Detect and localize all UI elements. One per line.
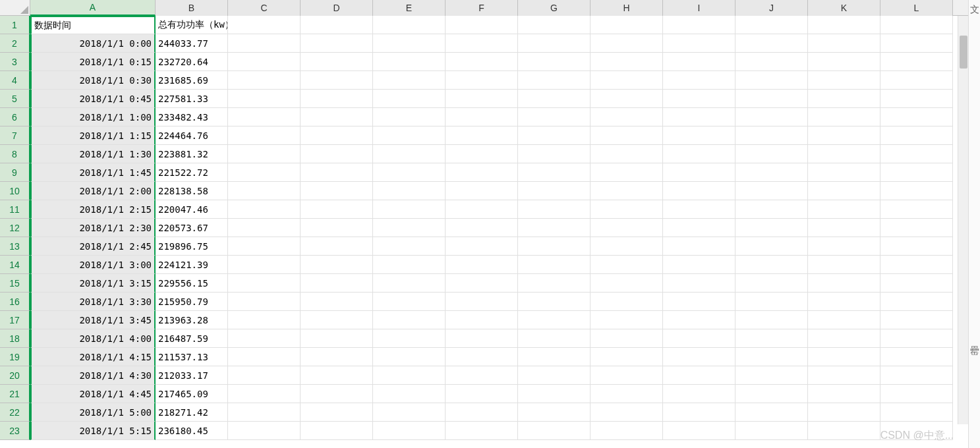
cell-H20[interactable] [591,366,663,385]
cell-E16[interactable] [373,293,446,311]
cell-K19[interactable] [808,348,880,366]
cell-F11[interactable] [446,200,518,219]
cell-J15[interactable] [735,274,808,293]
cell-G16[interactable] [518,293,591,311]
cell-G22[interactable] [518,403,591,422]
cell-H3[interactable] [591,53,663,71]
cell-A5[interactable]: 2018/1/1 0:45 [30,90,156,108]
cell-C20[interactable] [228,366,301,385]
cell-H1[interactable] [591,16,663,34]
cell-K23[interactable] [808,422,880,440]
cell-L17[interactable] [880,311,953,329]
cell-A16[interactable]: 2018/1/1 3:30 [30,293,156,311]
cell-L21[interactable] [880,385,953,403]
cell-K10[interactable] [808,182,880,200]
cell-I3[interactable] [663,53,735,71]
cell-J1[interactable] [735,16,808,34]
cell-L19[interactable] [880,348,953,366]
cell-F10[interactable] [446,182,518,200]
cell-L9[interactable] [880,163,953,182]
cell-F3[interactable] [446,53,518,71]
cell-B22[interactable]: 218271.42 [156,403,228,422]
cell-D7[interactable] [301,126,373,145]
cell-F12[interactable] [446,219,518,237]
cell-L18[interactable] [880,329,953,348]
cell-B15[interactable]: 229556.15 [156,274,228,293]
cell-D22[interactable] [301,403,373,422]
row-header-15[interactable]: 15 [0,274,30,293]
cell-J14[interactable] [735,256,808,274]
cell-G1[interactable] [518,16,591,34]
cell-E19[interactable] [373,348,446,366]
cell-J19[interactable] [735,348,808,366]
cell-K9[interactable] [808,163,880,182]
cell-D8[interactable] [301,145,373,163]
cell-L5[interactable] [880,90,953,108]
cell-I14[interactable] [663,256,735,274]
cell-K7[interactable] [808,126,880,145]
cell-F6[interactable] [446,108,518,126]
cell-B23[interactable]: 236180.45 [156,422,228,440]
cell-D1[interactable] [301,16,373,34]
cell-K21[interactable] [808,385,880,403]
row-header-3[interactable]: 3 [0,53,30,71]
cell-J18[interactable] [735,329,808,348]
column-header-J[interactable]: J [735,0,808,16]
cell-H10[interactable] [591,182,663,200]
cell-B3[interactable]: 232720.64 [156,53,228,71]
row-header-6[interactable]: 6 [0,108,30,126]
cell-E20[interactable] [373,366,446,385]
cell-B12[interactable]: 220573.67 [156,219,228,237]
cell-D2[interactable] [301,34,373,53]
cell-I5[interactable] [663,90,735,108]
cell-E8[interactable] [373,145,446,163]
cell-H16[interactable] [591,293,663,311]
cell-C9[interactable] [228,163,301,182]
cell-I16[interactable] [663,293,735,311]
row-header-13[interactable]: 13 [0,237,30,256]
grid-rows[interactable]: 1数据时间总有功功率（kw）22018/1/1 0:00244033.77320… [0,16,980,448]
column-header-L[interactable]: L [880,0,953,16]
row-header-18[interactable]: 18 [0,329,30,348]
cell-D20[interactable] [301,366,373,385]
cell-B11[interactable]: 220047.46 [156,200,228,219]
cell-I21[interactable] [663,385,735,403]
row-header-16[interactable]: 16 [0,293,30,311]
cell-C11[interactable] [228,200,301,219]
cell-B7[interactable]: 224464.76 [156,126,228,145]
cell-K6[interactable] [808,108,880,126]
cell-D12[interactable] [301,219,373,237]
cell-J13[interactable] [735,237,808,256]
cell-C22[interactable] [228,403,301,422]
cell-G19[interactable] [518,348,591,366]
side-label-bottom[interactable]: 罍 [970,345,979,357]
cell-E12[interactable] [373,219,446,237]
cell-E4[interactable] [373,71,446,90]
cell-E23[interactable] [373,422,446,440]
cell-B5[interactable]: 227581.33 [156,90,228,108]
cell-E5[interactable] [373,90,446,108]
column-header-E[interactable]: E [373,0,446,16]
cell-G17[interactable] [518,311,591,329]
cell-F2[interactable] [446,34,518,53]
cell-G23[interactable] [518,422,591,440]
cell-G10[interactable] [518,182,591,200]
cell-A20[interactable]: 2018/1/1 4:30 [30,366,156,385]
cell-D5[interactable] [301,90,373,108]
cell-L2[interactable] [880,34,953,53]
row-header-23[interactable]: 23 [0,422,30,440]
cell-J3[interactable] [735,53,808,71]
row-header-4[interactable]: 4 [0,71,30,90]
cell-K3[interactable] [808,53,880,71]
cell-A22[interactable]: 2018/1/1 5:00 [30,403,156,422]
cell-A12[interactable]: 2018/1/1 2:30 [30,219,156,237]
cell-D9[interactable] [301,163,373,182]
cell-H7[interactable] [591,126,663,145]
cell-D4[interactable] [301,71,373,90]
cell-K12[interactable] [808,219,880,237]
cell-G5[interactable] [518,90,591,108]
cell-G8[interactable] [518,145,591,163]
cell-J2[interactable] [735,34,808,53]
cell-I11[interactable] [663,200,735,219]
cell-K1[interactable] [808,16,880,34]
